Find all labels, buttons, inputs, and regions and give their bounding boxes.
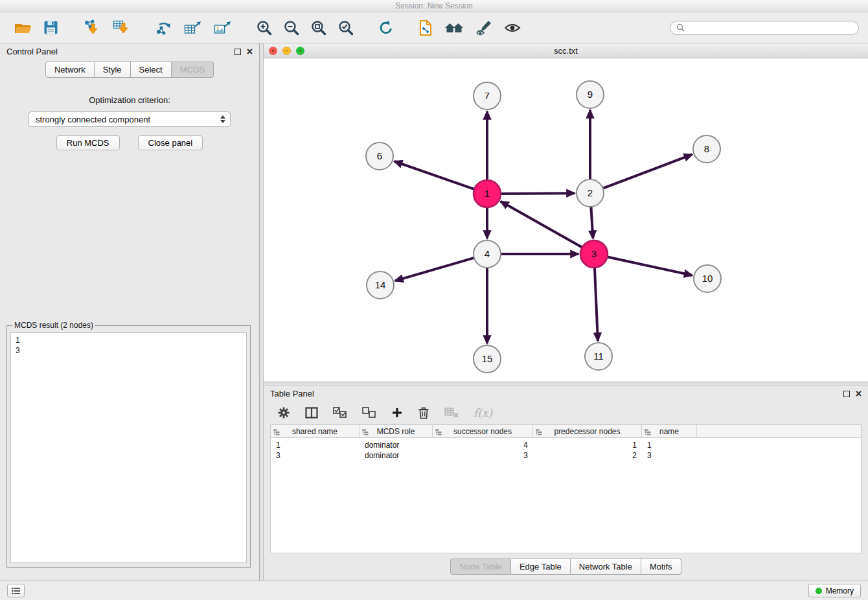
node-9[interactable]: 9 [577,81,604,108]
zoom-in-button[interactable] [253,18,275,38]
table-cell[interactable]: 2 [533,451,642,460]
table-cell[interactable]: 1 [271,441,360,450]
table-row[interactable]: 3dominator323 [271,450,861,461]
table-panel: Table Panel [264,386,868,581]
node-2[interactable]: 2 [577,179,604,207]
table-cell[interactable]: 1 [642,441,697,450]
delete-column-button[interactable] [417,406,430,420]
select-all-columns-button[interactable] [332,406,348,419]
tab-mcds[interactable]: MCDS [172,62,214,78]
import-network-icon [82,19,102,36]
svg-text:10: 10 [702,273,713,284]
close-panel-button[interactable]: Close panel [138,135,203,150]
memory-button[interactable]: Memory [808,584,861,597]
node-10[interactable]: 10 [694,265,721,292]
run-mcds-button[interactable]: Run MCDS [56,135,120,150]
table-cell[interactable]: 3 [271,451,360,460]
delete-table-button[interactable] [444,406,459,419]
node-1[interactable]: 1 [474,180,501,207]
import-table-button[interactable] [109,18,134,38]
apply-style-button[interactable] [472,18,496,37]
table-tab-edge-table[interactable]: Edge Table [511,559,571,575]
svg-text:15: 15 [482,353,493,364]
close-window-icon[interactable] [269,47,277,55]
column-header-shared-name[interactable]: shared name [271,425,360,437]
node-3[interactable]: 3 [580,240,608,268]
node-14[interactable]: 14 [367,271,394,299]
edge-3-10[interactable] [606,257,692,275]
column-header-predecessor-nodes[interactable]: predecessor nodes [533,425,642,437]
edge-4-14[interactable] [395,257,475,281]
plus-icon [391,407,403,419]
search-input[interactable] [688,23,852,32]
show-panels-button[interactable] [7,584,25,597]
edge-2-3[interactable] [591,205,593,238]
edge-3-11[interactable] [595,266,598,341]
maximize-window-icon[interactable] [296,47,304,55]
search-box[interactable] [670,21,859,35]
column-header-name[interactable]: name [642,425,697,437]
zoom-out-button[interactable] [280,18,303,38]
tab-style[interactable]: Style [95,62,131,78]
column-sort-icon [536,428,542,437]
table-cell[interactable]: 1 [533,441,642,450]
close-table-panel-icon[interactable] [856,391,862,397]
mcds-result-list[interactable]: 13 [10,332,247,563]
table-tab-network-table[interactable]: Network Table [571,559,641,575]
table-cell[interactable]: dominator [360,441,433,450]
export-network-button[interactable] [152,18,176,38]
new-network-from-selection-button[interactable] [415,18,436,38]
zoom-fit-button[interactable] [308,18,330,38]
edge-1-6[interactable] [394,161,475,190]
export-image-button[interactable] [211,18,235,38]
tab-network[interactable]: Network [45,62,95,78]
save-session-button[interactable] [40,18,62,37]
mcds-result-line: 3 [16,345,242,356]
show-hide-details-button[interactable] [501,19,524,37]
network-graph[interactable]: 7968124314101511 [264,58,868,382]
table-settings-button[interactable] [277,406,291,420]
column-header-label: shared name [292,427,337,436]
svg-text:7: 7 [485,90,490,101]
node-4[interactable]: 4 [474,240,501,268]
optimization-criterion-select[interactable]: strongly connected component [29,111,231,127]
zoom-selected-button[interactable] [335,18,357,38]
unselect-all-columns-button[interactable] [361,406,377,419]
export-table-button[interactable] [181,18,205,38]
column-sort-icon [362,428,369,437]
column-header-MCDS-role[interactable]: MCDS role [360,425,433,437]
edge-1-2[interactable] [499,193,575,194]
show-columns-button[interactable] [304,406,319,419]
node-7[interactable]: 7 [474,82,501,110]
node-8[interactable]: 8 [693,135,720,163]
tab-select[interactable]: Select [131,62,172,78]
float-table-panel-icon[interactable] [843,391,850,397]
add-column-button[interactable] [391,406,404,419]
import-network-button[interactable] [80,18,104,38]
close-panel-icon[interactable] [247,49,253,55]
table-row[interactable]: 1dominator411 [271,440,861,450]
table-cell[interactable]: 3 [433,451,533,460]
open-session-button[interactable] [12,18,35,37]
table-cell[interactable]: dominator [360,451,433,460]
node-15[interactable]: 15 [474,345,501,373]
table-tab-node-table[interactable]: Node Table [450,559,511,575]
table-tab-motifs[interactable]: Motifs [641,559,681,575]
main-toolbar [0,12,868,43]
node-11[interactable]: 11 [585,343,612,370]
float-panel-icon[interactable] [234,49,241,55]
network-window: scc.txt 7968124314101511 [264,43,868,382]
column-header-successor-nodes[interactable]: successor nodes [433,425,533,437]
edge-2-8[interactable] [602,154,692,189]
minimize-window-icon[interactable] [282,47,291,55]
node-6[interactable]: 6 [366,143,393,170]
function-builder-button[interactable]: f(x) [473,406,493,420]
edge-3-1[interactable] [501,202,584,248]
title-bar: Session: New Session [0,0,868,12]
refresh-view-button[interactable] [375,18,397,38]
table-cell[interactable]: 3 [642,451,697,460]
first-neighbors-button[interactable] [441,19,467,37]
table-cell[interactable]: 4 [433,441,533,450]
network-canvas[interactable]: 7968124314101511 [264,58,868,382]
unchecked-boxes-icon [362,407,376,419]
